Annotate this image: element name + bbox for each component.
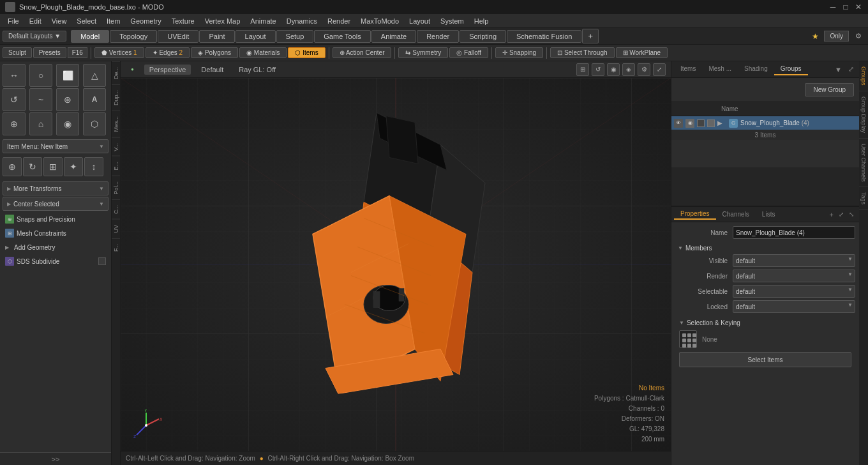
tab-scripting[interactable]: Scripting <box>460 30 506 43</box>
menu-select[interactable]: Select <box>71 16 101 26</box>
snaps-precision-item[interactable]: ⊕ Snaps and Precision <box>3 212 108 226</box>
group-checkbox2[interactable] <box>707 119 715 127</box>
members-header[interactable]: Members <box>675 241 855 254</box>
expand-icon2[interactable]: ⤢ <box>836 210 846 219</box>
tool-curve[interactable]: ~ <box>29 88 52 111</box>
materials-button[interactable]: ◉ Materials <box>239 47 287 58</box>
menu-dynamics[interactable]: Dynamics <box>281 16 322 26</box>
tab-channels[interactable]: Channels <box>716 210 756 219</box>
selectable-select[interactable]: default <box>733 285 855 298</box>
vertices-button[interactable]: ⬟ Vertices 1 <box>94 47 144 58</box>
menu-render[interactable]: Render <box>322 16 355 26</box>
tool-cylinder[interactable]: ⬜ <box>56 64 79 87</box>
add-geometry-item[interactable]: ▶ Add Geometry <box>3 240 108 254</box>
vert-tab-f[interactable]: F... <box>112 238 120 257</box>
viewport-mode-perspective[interactable]: Perspective <box>144 65 191 75</box>
tab-items[interactable]: Items <box>674 63 702 75</box>
transform-icon-2[interactable]: ↻ <box>23 157 42 176</box>
menu-vertex-map[interactable]: Vertex Map <box>200 16 246 26</box>
right-vert-tab-groups[interactable]: Groups <box>859 61 868 91</box>
right-vert-tab-group-display[interactable]: Group Display <box>859 91 868 139</box>
tab-schematic-fusion[interactable]: Schematic Fusion <box>507 30 581 43</box>
sds-subdivide-item[interactable]: ⬡ SDS Subdivide <box>3 254 108 268</box>
menu-texture[interactable]: Texture <box>167 16 200 26</box>
default-layouts-button[interactable]: Default Layouts ▼ <box>3 31 66 42</box>
tab-lists[interactable]: Lists <box>756 210 782 219</box>
menu-animate[interactable]: Animate <box>245 16 281 26</box>
transform-icon-4[interactable]: ✦ <box>64 157 83 176</box>
tab-layout[interactable]: Layout <box>236 30 276 43</box>
group-render-icon[interactable]: ◉ <box>685 119 694 128</box>
selection-keying-header[interactable]: Selection & Keying <box>679 319 851 326</box>
sculpt-button[interactable]: Sculpt <box>3 47 32 58</box>
tool-inflate[interactable]: ⬡ <box>83 112 106 135</box>
viewport-ctrl-expand[interactable]: ⤢ <box>653 63 666 76</box>
tab-dropdown-arrow-icon[interactable]: ▼ <box>832 65 844 75</box>
close-button[interactable]: ✕ <box>854 3 863 11</box>
tool-flatten[interactable]: ⌂ <box>29 112 52 135</box>
sds-checkbox[interactable] <box>98 257 106 265</box>
tab-setup[interactable]: Setup <box>276 30 314 43</box>
tab-paint[interactable]: Paint <box>199 30 234 43</box>
viewport-canvas[interactable]: No Items Polygons : Catmull-Clark Channe… <box>121 78 671 451</box>
tool-sphere[interactable]: ○ <box>29 64 52 87</box>
right-vert-tab-user-channels[interactable]: User Channels <box>859 139 868 188</box>
f16-key[interactable]: F16 <box>68 47 87 58</box>
vert-tab-v[interactable]: V... <box>112 137 120 156</box>
expand-icon3[interactable]: ⤡ <box>846 210 857 219</box>
tool-transform[interactable]: ⊕ <box>3 112 26 135</box>
tool-text[interactable]: A <box>83 88 106 111</box>
vert-tab-e[interactable]: E... <box>112 156 120 176</box>
settings-icon[interactable]: ⚙ <box>851 31 865 42</box>
tab-animate[interactable]: Animate <box>371 30 416 43</box>
snapping-button[interactable]: ✛ Snapping <box>495 47 543 58</box>
menu-item[interactable]: Item <box>101 16 125 26</box>
rp-expand-button[interactable]: ⤢ <box>846 64 857 75</box>
right-vert-tab-tags[interactable]: Tags <box>859 187 868 210</box>
viewport-ray-gl[interactable]: Ray GL: Off <box>234 65 281 75</box>
group-item-snow-plough[interactable]: 👁 ◉ ▶ G Snow_Plough_Blade (4) <box>671 116 859 130</box>
tab-render[interactable]: Render <box>417 30 459 43</box>
group-checkbox[interactable] <box>697 119 705 127</box>
tab-properties[interactable]: Properties <box>674 209 716 220</box>
only-button[interactable]: Only <box>824 31 849 42</box>
minimize-button[interactable]: ─ <box>828 3 837 11</box>
vert-tab-mes[interactable]: Mes... <box>112 111 120 137</box>
menu-file[interactable]: File <box>3 16 24 26</box>
vert-tab-pol[interactable]: Pol... <box>112 176 120 200</box>
center-selected-dropdown[interactable]: ▶ Center Selected ▼ <box>3 197 108 211</box>
menu-maxtomodo[interactable]: MaxToModo <box>355 16 404 26</box>
menu-system[interactable]: System <box>435 16 469 26</box>
presets-button[interactable]: Presets <box>33 47 66 58</box>
tab-groups[interactable]: Groups <box>774 63 808 75</box>
menu-view[interactable]: View <box>47 16 72 26</box>
viewport-ctrl-refresh[interactable]: ↺ <box>592 63 604 76</box>
item-menu-dropdown[interactable]: Item Menu: New Item ▼ <box>3 139 108 153</box>
more-tools-button[interactable]: >> <box>0 452 111 465</box>
viewport-ctrl-settings[interactable]: ⚙ <box>638 63 650 76</box>
locked-select[interactable]: default <box>733 300 855 313</box>
workplane-button[interactable]: ⊞ WorkPlane <box>616 47 668 58</box>
edges-button[interactable]: ✦ Edges 2 <box>146 47 190 58</box>
visible-select[interactable]: default <box>733 254 855 267</box>
transform-icon-3[interactable]: ⊞ <box>43 157 63 176</box>
menu-geometry[interactable]: Geometry <box>125 16 166 26</box>
vert-tab-uv[interactable]: UV <box>112 219 120 238</box>
action-center-button[interactable]: ⊕ Action Center <box>333 47 392 58</box>
tab-game-tools[interactable]: Game Tools <box>314 30 371 43</box>
new-group-button[interactable]: New Group <box>805 83 854 96</box>
viewport-ctrl-shading[interactable]: ◈ <box>622 63 635 76</box>
tab-mesh[interactable]: Mesh ... <box>702 63 738 75</box>
tool-smooth[interactable]: ◉ <box>56 112 79 135</box>
symmetry-button[interactable]: ⇆ Symmetry <box>398 47 448 58</box>
tool-wedge[interactable]: △ <box>83 64 106 87</box>
tab-shading[interactable]: Shading <box>738 63 774 75</box>
add-tab-button[interactable]: + <box>582 29 599 43</box>
transform-icon-5[interactable]: ↕ <box>84 157 103 176</box>
viewport-ctrl-camera[interactable]: ◉ <box>607 63 620 76</box>
maximize-button[interactable]: □ <box>841 3 850 11</box>
tab-model[interactable]: Model <box>71 30 109 43</box>
transform-icon-1[interactable]: ⊕ <box>3 157 22 176</box>
name-input[interactable] <box>733 226 855 239</box>
select-through-button[interactable]: ⊡ Select Through <box>550 47 614 58</box>
